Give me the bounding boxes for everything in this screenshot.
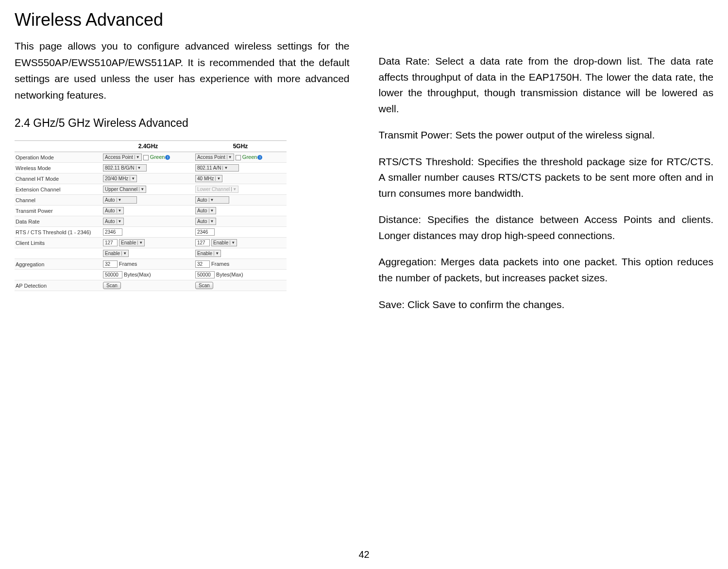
row-label-wireless-mode: Wireless Mode (15, 163, 102, 173)
chevron-down-icon: ▼ (117, 198, 122, 202)
wireless-settings-table: 2.4GHz 5GHz Operation Mode Access Point▼… (15, 140, 287, 291)
data-rate-5-select[interactable]: Auto▼ (195, 218, 216, 225)
row-label-data-rate: Data Rate (15, 216, 102, 227)
page-number: 42 (0, 549, 728, 560)
row-label-rts-cts: RTS / CTS Threshold (1 - 2346) (15, 227, 102, 238)
row-label-ap-detection: AP Detection (15, 280, 102, 291)
chevron-down-icon: ▼ (135, 155, 140, 159)
channel-24-select[interactable]: Auto▼ (103, 196, 137, 204)
green-checkbox-24[interactable] (143, 155, 149, 160)
green-label-24: Green (150, 154, 165, 160)
rts-24-input[interactable]: 2346 (103, 228, 122, 236)
scan-button-5[interactable]: Scan (195, 282, 213, 289)
data-rate-24-select[interactable]: Auto▼ (103, 218, 124, 225)
col-24ghz: 2.4GHz (102, 141, 194, 152)
client-limits-5-input[interactable]: 127 (195, 239, 210, 246)
distance-desc: Distance: Specifies the distance between… (379, 212, 714, 243)
page-title: Wireless Advanced (15, 10, 350, 30)
client-limits-5-select2[interactable]: Enable▼ (195, 250, 221, 257)
row-label-client-limits: Client Limits (15, 238, 102, 248)
intro-paragraph: This page allows you to configure advanc… (15, 38, 350, 103)
tx-power-24-select[interactable]: Auto▼ (103, 207, 124, 214)
client-limits-24-select[interactable]: Enable▼ (119, 239, 145, 246)
chevron-down-icon: ▼ (117, 208, 122, 213)
agg-frames-24-input[interactable]: 32 (103, 260, 118, 268)
ext-channel-5-select[interactable]: Lower Channel▼ (195, 186, 238, 193)
row-label-ht-mode: Channel HT Mode (15, 173, 102, 184)
wireless-mode-5-select[interactable]: 802.11 A/N▼ (195, 164, 239, 172)
agg-frames-5-input[interactable]: 32 (195, 260, 210, 268)
bytes-unit: Bytes(Max) (124, 272, 151, 277)
green-label-5: Green (242, 154, 257, 160)
rts-cts-desc: RTS/CTS Threshold: Specifies the thresho… (379, 154, 714, 202)
agg-bytes-24-input[interactable]: 50000 (103, 271, 122, 278)
tx-power-5-select[interactable]: Auto▼ (195, 207, 216, 214)
operation-mode-24-select[interactable]: Access Point▼ (103, 154, 142, 161)
chevron-down-icon: ▼ (222, 166, 228, 170)
data-rate-desc: Data Rate: Select a data rate from the d… (379, 53, 714, 117)
chevron-down-icon: ▼ (231, 187, 237, 191)
client-limits-24-input[interactable]: 127 (103, 239, 118, 246)
row-label-ext-channel: Extension Channel (15, 184, 102, 195)
chevron-down-icon: ▼ (117, 219, 122, 224)
info-icon[interactable]: i (165, 155, 170, 160)
agg-bytes-5-input[interactable]: 50000 (195, 271, 215, 278)
bytes-unit: Bytes(Max) (216, 272, 243, 277)
row-label-operation-mode: Operation Mode (15, 152, 102, 163)
chevron-down-icon: ▼ (121, 251, 127, 256)
chevron-down-icon: ▼ (209, 219, 214, 224)
client-limits-5-select[interactable]: Enable▼ (211, 239, 237, 246)
save-desc: Save: Click Save to confirm the changes. (379, 297, 714, 313)
client-limits-24-select2[interactable]: Enable▼ (103, 250, 129, 257)
ext-channel-24-select[interactable]: Upper Channel▼ (103, 186, 146, 193)
info-icon[interactable]: i (257, 155, 262, 160)
chevron-down-icon: ▼ (214, 251, 219, 256)
rts-5-input[interactable]: 2346 (195, 228, 215, 236)
channel-5-select[interactable]: Auto▼ (195, 196, 229, 204)
chevron-down-icon: ▼ (227, 155, 232, 159)
scan-button-24[interactable]: Scan (103, 282, 121, 289)
aggregation-desc: Aggregation: Merges data packets into on… (379, 254, 714, 286)
operation-mode-5-select[interactable]: Access Point▼ (195, 154, 234, 161)
row-label-channel: Channel (15, 195, 102, 206)
chevron-down-icon: ▼ (215, 176, 220, 181)
transmit-power-desc: Transmit Power: Sets the power output of… (379, 127, 714, 143)
row-label-tx-power: Transmit Power (15, 206, 102, 216)
chevron-down-icon: ▼ (139, 187, 144, 191)
section-heading: 2.4 GHz/5 GHz Wireless Advanced (15, 117, 350, 130)
row-label-aggregation: Aggregation (15, 259, 102, 270)
ht-mode-24-select[interactable]: 20/40 MHz▼ (103, 175, 137, 182)
chevron-down-icon: ▼ (136, 166, 141, 170)
ht-mode-5-select[interactable]: 40 MHz▼ (195, 175, 222, 182)
green-checkbox-5[interactable] (236, 155, 241, 160)
chevron-down-icon: ▼ (130, 176, 135, 181)
frames-unit: Frames (119, 261, 137, 267)
chevron-down-icon: ▼ (209, 208, 214, 213)
chevron-down-icon: ▼ (230, 241, 235, 245)
col-5ghz: 5GHz (194, 141, 287, 152)
frames-unit: Frames (211, 261, 229, 267)
chevron-down-icon: ▼ (209, 198, 214, 202)
chevron-down-icon: ▼ (137, 241, 143, 245)
wireless-mode-24-select[interactable]: 802.11 B/G/N▼ (103, 164, 147, 172)
